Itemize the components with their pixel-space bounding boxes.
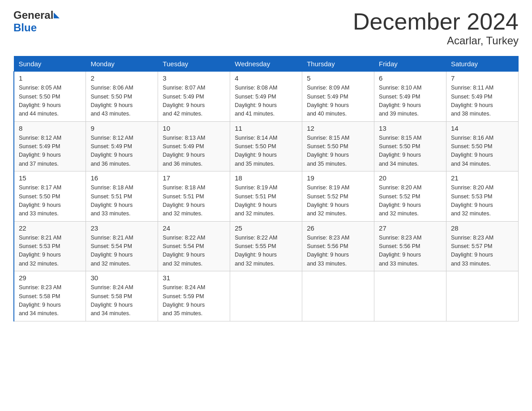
day-number: 4 [235,74,297,82]
day-info-line: and 38 minutes. [451,111,491,117]
day-info: Sunrise: 8:18 AMSunset: 5:51 PMDaylight:… [163,184,225,218]
day-info-line: Daylight: 9 hours [19,102,61,108]
day-info: Sunrise: 8:07 AMSunset: 5:49 PMDaylight:… [163,84,225,119]
day-number: 8 [19,124,81,132]
day-number: 3 [163,74,225,82]
day-info-line: Sunset: 5:50 PM [19,94,60,100]
day-cell-14: 14Sunrise: 8:16 AMSunset: 5:50 PMDayligh… [446,121,519,171]
day-info-line: and 33 minutes. [90,210,130,217]
empty-cell [302,271,374,321]
day-info-line: Sunset: 5:49 PM [90,143,132,150]
logo-blue-text: Blue [13,21,37,34]
day-info-line: Sunrise: 8:06 AM [90,85,133,91]
day-info: Sunrise: 8:22 AMSunset: 5:54 PMDaylight:… [163,234,225,269]
day-info-line: Sunrise: 8:16 AM [451,135,493,141]
day-number: 29 [19,274,81,282]
day-info-line: Sunset: 5:56 PM [379,243,420,249]
day-info: Sunrise: 8:23 AMSunset: 5:56 PMDaylight:… [379,234,442,269]
day-number: 31 [163,274,225,282]
day-header-tuesday: Tuesday [158,56,230,72]
day-info-line: Sunset: 5:50 PM [307,143,348,150]
day-number: 6 [379,74,442,82]
day-info: Sunrise: 8:21 AMSunset: 5:54 PMDaylight:… [90,234,153,269]
day-info-line: Sunrise: 8:10 AM [379,85,421,91]
day-cell-17: 17Sunrise: 8:18 AMSunset: 5:51 PMDayligh… [158,171,230,222]
week-row-1: 1Sunrise: 8:05 AMSunset: 5:50 PMDaylight… [14,72,519,122]
calendar-title: December 2024 [353,9,519,34]
day-info: Sunrise: 8:15 AMSunset: 5:50 PMDaylight:… [379,134,442,169]
day-cell-16: 16Sunrise: 8:18 AMSunset: 5:51 PMDayligh… [86,171,158,222]
day-info-line: Daylight: 9 hours [451,252,493,258]
day-cell-26: 26Sunrise: 8:23 AMSunset: 5:56 PMDayligh… [302,221,374,271]
day-info-line: Sunset: 5:51 PM [90,193,132,200]
day-cell-23: 23Sunrise: 8:21 AMSunset: 5:54 PMDayligh… [86,221,158,271]
day-info: Sunrise: 8:11 AMSunset: 5:49 PMDaylight:… [451,84,514,119]
day-info: Sunrise: 8:17 AMSunset: 5:50 PMDaylight:… [19,184,81,218]
day-info: Sunrise: 8:24 AMSunset: 5:58 PMDaylight:… [90,283,153,318]
day-info-line: Sunrise: 8:05 AM [19,85,61,91]
day-info-line: Sunset: 5:55 PM [235,243,276,249]
day-cell-20: 20Sunrise: 8:20 AMSunset: 5:52 PMDayligh… [374,171,446,222]
week-row-2: 8Sunrise: 8:12 AMSunset: 5:49 PMDaylight… [14,121,519,171]
day-info-line: Sunset: 5:50 PM [379,143,420,150]
day-info-line: Sunrise: 8:11 AM [451,85,493,91]
day-info-line: and 34 minutes. [90,310,130,317]
day-info: Sunrise: 8:09 AMSunset: 5:49 PMDaylight:… [307,84,369,119]
empty-cell [230,271,302,321]
day-info-line: Sunset: 5:49 PM [163,94,204,100]
day-info-line: and 36 minutes. [163,161,202,167]
day-info-line: and 32 minutes. [307,210,347,217]
calendar-location: Acarlar, Turkey [353,34,519,47]
day-cell-30: 30Sunrise: 8:24 AMSunset: 5:58 PMDayligh… [86,271,158,321]
day-info: Sunrise: 8:18 AMSunset: 5:51 PMDaylight:… [90,184,153,218]
day-info-line: Sunset: 5:50 PM [19,193,60,200]
day-number: 22 [19,224,81,232]
day-cell-25: 25Sunrise: 8:22 AMSunset: 5:55 PMDayligh… [230,221,302,271]
week-row-4: 22Sunrise: 8:21 AMSunset: 5:53 PMDayligh… [14,221,519,271]
day-info-line: Sunset: 5:54 PM [90,243,132,249]
day-number: 26 [307,224,369,232]
day-info: Sunrise: 8:23 AMSunset: 5:56 PMDaylight:… [307,234,369,269]
day-number: 13 [379,124,442,132]
day-info-line: Daylight: 9 hours [163,152,205,158]
day-cell-5: 5Sunrise: 8:09 AMSunset: 5:49 PMDaylight… [302,72,374,122]
day-number: 7 [451,74,514,82]
day-info-line: and 32 minutes. [90,261,130,267]
day-info-line: and 32 minutes. [19,261,59,267]
day-info-line: Sunrise: 8:20 AM [379,184,421,191]
day-number: 24 [163,224,225,232]
day-info: Sunrise: 8:13 AMSunset: 5:49 PMDaylight:… [163,134,225,169]
day-info-line: Sunset: 5:50 PM [90,94,132,100]
day-header-monday: Monday [86,56,158,72]
day-number: 5 [307,74,369,82]
day-info-line: Daylight: 9 hours [90,152,133,158]
day-info: Sunrise: 8:24 AMSunset: 5:59 PMDaylight:… [163,283,225,318]
day-info-line: Sunrise: 8:17 AM [19,184,61,191]
day-info: Sunrise: 8:20 AMSunset: 5:52 PMDaylight:… [379,184,442,218]
day-info-line: Sunrise: 8:08 AM [235,85,277,91]
day-info-line: Daylight: 9 hours [19,252,61,258]
day-info-line: Sunset: 5:49 PM [379,94,420,100]
day-info-line: Daylight: 9 hours [307,152,349,158]
day-info-line: Daylight: 9 hours [163,202,205,208]
day-info-line: and 35 minutes. [307,161,347,167]
day-info-line: Sunrise: 8:15 AM [307,135,349,141]
day-info-line: Sunrise: 8:12 AM [19,135,61,141]
day-number: 1 [19,74,81,82]
day-info-line: Sunset: 5:51 PM [235,193,276,200]
day-info-line: Daylight: 9 hours [307,252,349,258]
day-info: Sunrise: 8:19 AMSunset: 5:51 PMDaylight:… [235,184,297,218]
day-number: 16 [90,174,153,182]
day-info-line: and 34 minutes. [451,161,491,167]
day-info-line: Sunrise: 8:24 AM [163,284,205,291]
day-number: 23 [90,224,153,232]
week-row-5: 29Sunrise: 8:23 AMSunset: 5:58 PMDayligh… [14,271,519,321]
day-number: 11 [235,124,297,132]
day-info: Sunrise: 8:19 AMSunset: 5:52 PMDaylight:… [307,184,369,218]
day-cell-31: 31Sunrise: 8:24 AMSunset: 5:59 PMDayligh… [158,271,230,321]
empty-cell [374,271,446,321]
day-cell-6: 6Sunrise: 8:10 AMSunset: 5:49 PMDaylight… [374,72,446,122]
day-info: Sunrise: 8:23 AMSunset: 5:58 PMDaylight:… [19,283,81,318]
day-cell-15: 15Sunrise: 8:17 AMSunset: 5:50 PMDayligh… [14,171,86,222]
day-number: 9 [90,124,153,132]
